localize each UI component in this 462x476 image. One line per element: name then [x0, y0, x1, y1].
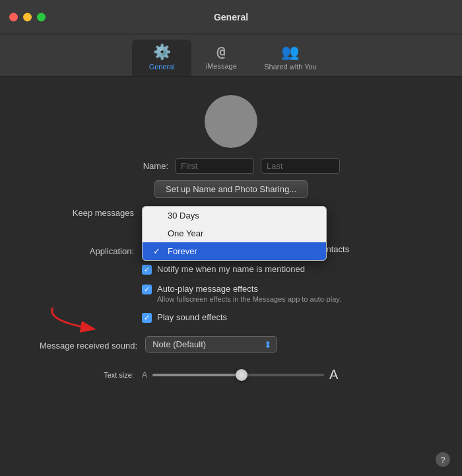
window-controls	[9, 13, 46, 21]
tab-imessage-label: iMessage	[206, 62, 237, 70]
dropdown-item-oneyear-label: One Year	[168, 228, 203, 238]
last-name-input[interactable]	[261, 158, 340, 174]
check-icon-2: ✓	[144, 266, 150, 273]
text-size-row: Text size: A A	[40, 367, 422, 382]
application-label: Application:	[40, 244, 142, 256]
sound-row: Message received sound: Note (Default) N…	[40, 336, 422, 353]
form-area: Keep messages 30 Days One Year ✓ Forever	[0, 206, 462, 382]
tab-shared-label: Shared with You	[264, 63, 317, 71]
checkbox-name-mentioned-input[interactable]: ✓	[142, 265, 152, 275]
checkbox-sound-effects-text-area: Play sound effects	[157, 312, 227, 322]
checkbox-autoplay-input[interactable]: ✓	[142, 285, 152, 294]
general-icon: ⚙️	[153, 44, 171, 61]
check-30days	[153, 211, 162, 221]
check-icon-4: ✓	[144, 314, 150, 322]
dropdown-item-oneyear[interactable]: One Year	[143, 224, 326, 242]
close-button[interactable]	[9, 13, 18, 21]
window-title: General	[214, 12, 248, 22]
checkbox-name-mentioned: ✓ Notify me when my name is mentioned	[142, 264, 422, 275]
checkbox-autoplay-label: Auto-play message effects	[157, 284, 341, 294]
checkbox-autoplay: ✓ Auto-play message effects Allow fullsc…	[142, 284, 422, 303]
avatar-section	[205, 95, 257, 148]
slider-track-area: A A	[142, 367, 422, 382]
tab-bar: ⚙️ General @ iMessage 👥 Shared with You	[0, 34, 462, 77]
imessage-icon: @	[217, 44, 226, 60]
checkbox-autoplay-text-area: Auto-play message effects Allow fullscre…	[157, 284, 341, 303]
check-oneyear	[153, 228, 162, 238]
text-size-label: Text size:	[40, 371, 142, 379]
shared-icon: 👥	[281, 44, 299, 61]
tab-imessage[interactable]: @ iMessage	[191, 40, 251, 76]
text-size-slider-track[interactable]	[152, 374, 324, 376]
title-bar: General	[0, 0, 462, 34]
checkbox-name-mentioned-label: Notify me when my name is mentioned	[157, 264, 305, 274]
checkbox-sound-effects: ✓ Play sound effects	[142, 312, 422, 323]
keep-messages-label: Keep messages	[40, 206, 142, 218]
maximize-button[interactable]	[37, 13, 46, 21]
keep-messages-dropdown-menu[interactable]: 30 Days One Year ✓ Forever	[142, 206, 327, 261]
sound-label: Message received sound:	[40, 339, 145, 351]
minimize-button[interactable]	[23, 13, 32, 21]
sound-select-wrapper: Note (Default) None Alert Bamboo Chord	[145, 336, 277, 353]
dropdown-item-30days-label: 30 Days	[168, 211, 199, 221]
keep-messages-row: Keep messages 30 Days One Year ✓ Forever	[40, 206, 422, 218]
checkbox-autoplay-sublabel: Allow fullscreen effects in the Messages…	[157, 295, 341, 303]
setup-button[interactable]: Set up Name and Photo Sharing...	[154, 180, 308, 198]
check-forever: ✓	[153, 246, 162, 256]
name-row: Name:	[122, 158, 340, 174]
dropdown-item-30days[interactable]: 30 Days	[143, 207, 326, 224]
text-size-large-label: A	[329, 367, 338, 382]
dropdown-item-forever-label: Forever	[168, 246, 197, 256]
sound-select[interactable]: Note (Default) None Alert Bamboo Chord	[145, 336, 277, 353]
setup-btn-row: Set up Name and Photo Sharing...	[0, 180, 462, 198]
first-name-input[interactable]	[175, 158, 254, 174]
check-icon-3: ✓	[144, 286, 150, 293]
tab-shared[interactable]: 👥 Shared with You	[251, 40, 330, 76]
text-size-small-label: A	[142, 370, 147, 380]
checkbox-sound-effects-input[interactable]: ✓	[142, 313, 152, 323]
checkbox-sound-effects-label: Play sound effects	[157, 312, 227, 322]
checkbox-name-mentioned-text-area: Notify me when my name is mentioned	[157, 264, 305, 274]
help-button[interactable]: ?	[436, 452, 450, 467]
tab-general[interactable]: ⚙️ General	[132, 40, 191, 76]
name-label: Name:	[122, 161, 168, 171]
slider-thumb[interactable]	[236, 369, 248, 381]
dropdown-item-forever[interactable]: ✓ Forever	[143, 242, 326, 260]
tab-general-label: General	[149, 63, 175, 71]
content-area: Name: Set up Name and Photo Sharing... K…	[0, 77, 462, 476]
slider-fill	[152, 374, 247, 376]
avatar[interactable]	[205, 95, 257, 148]
